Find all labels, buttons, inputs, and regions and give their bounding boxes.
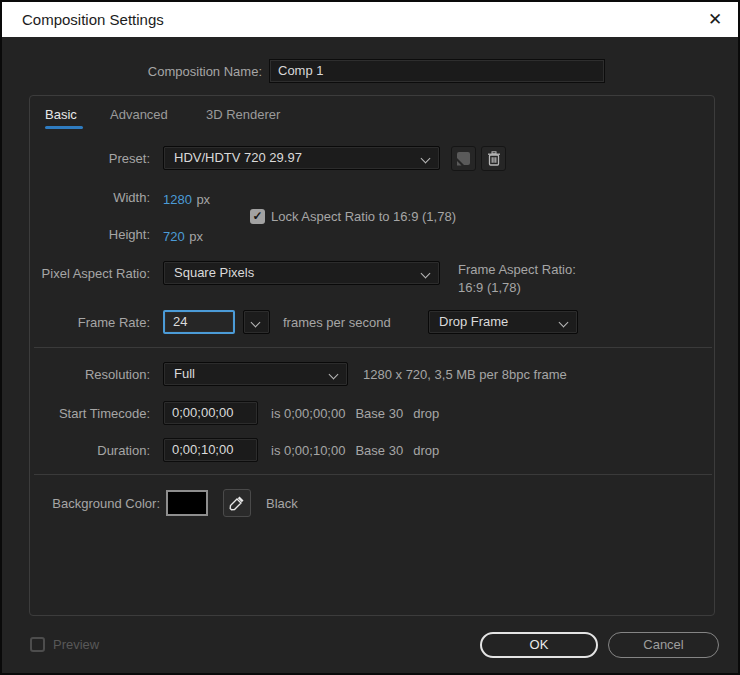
- pixel-aspect-ratio-dropdown[interactable]: Square Pixels: [163, 261, 440, 285]
- save-preset-button[interactable]: [451, 146, 476, 171]
- chevron-down-icon: [421, 269, 431, 279]
- composition-name-label: Composition Name:: [62, 64, 262, 79]
- divider: [34, 347, 712, 348]
- drop-frame-dropdown[interactable]: Drop Frame: [428, 310, 578, 334]
- duration-label: Duration:: [30, 443, 150, 458]
- duration-base: Base 30: [355, 443, 403, 458]
- duration-is: is 0;00;10;00: [271, 443, 345, 458]
- duration-input[interactable]: 0;00;10;00: [163, 438, 258, 462]
- eyedropper-icon: [229, 495, 245, 511]
- width-unit: px: [196, 192, 210, 207]
- start-timecode-is: is 0;00;00;00: [271, 406, 345, 421]
- composition-settings-dialog: Composition Settings ✕ Composition Name:…: [0, 0, 740, 675]
- frame-rate-preset-dropdown[interactable]: [243, 310, 270, 334]
- trash-icon: [487, 151, 501, 166]
- height-value-row: 720 px: [163, 227, 203, 245]
- resolution-label: Resolution:: [30, 367, 150, 382]
- lock-aspect-label: Lock Aspect Ratio to 16:9 (1,78): [271, 209, 456, 224]
- settings-panel: Basic Advanced 3D Renderer Preset: HDV/H…: [29, 95, 715, 616]
- dialog-title: Composition Settings: [22, 2, 164, 37]
- title-bar: Composition Settings ✕: [2, 2, 738, 37]
- width-label: Width:: [30, 190, 150, 205]
- lock-aspect-checkbox[interactable]: ✓: [250, 209, 265, 224]
- frame-aspect-ratio-value: 16:9 (1,78): [458, 280, 576, 295]
- tab-3d-renderer[interactable]: 3D Renderer: [206, 107, 280, 122]
- preview-row: Preview: [30, 637, 99, 652]
- chevron-down-icon: [251, 318, 261, 328]
- ok-button[interactable]: OK: [480, 632, 598, 658]
- preview-label: Preview: [53, 637, 99, 652]
- drop-frame-value: Drop Frame: [439, 314, 508, 329]
- pixel-aspect-ratio-label: Pixel Aspect Ratio:: [30, 266, 150, 281]
- height-label: Height:: [30, 227, 150, 242]
- active-tab-underline: [45, 126, 83, 129]
- width-value-row: 1280 px: [163, 190, 210, 208]
- height-value[interactable]: 720: [163, 229, 185, 244]
- frame-aspect-ratio-label: Frame Aspect Ratio:: [458, 262, 576, 277]
- eyedropper-button[interactable]: [223, 489, 251, 517]
- pixel-aspect-ratio-value: Square Pixels: [174, 265, 254, 280]
- start-timecode-input[interactable]: 0;00;00;00: [163, 401, 258, 425]
- duration-drop: drop: [413, 443, 439, 458]
- resolution-info: 1280 x 720, 3,5 MB per 8bpc frame: [363, 367, 567, 382]
- start-timecode-drop: drop: [413, 406, 439, 421]
- frame-aspect-ratio-info: Frame Aspect Ratio: 16:9 (1,78): [458, 262, 576, 295]
- save-preset-icon: [456, 151, 471, 166]
- cancel-button[interactable]: Cancel: [608, 632, 719, 658]
- background-color-swatch[interactable]: [166, 490, 208, 516]
- start-timecode-info: is 0;00;00;00 Base 30 drop: [271, 406, 439, 421]
- lock-aspect-row: ✓ Lock Aspect Ratio to 16:9 (1,78): [250, 209, 456, 224]
- delete-preset-button[interactable]: [481, 146, 506, 171]
- composition-name-input[interactable]: Comp 1: [269, 59, 605, 83]
- start-timecode-base: Base 30: [355, 406, 403, 421]
- chevron-down-icon: [329, 370, 339, 380]
- chevron-down-icon: [559, 318, 569, 328]
- frame-rate-unit: frames per second: [283, 315, 391, 330]
- close-icon[interactable]: ✕: [700, 6, 730, 33]
- start-timecode-label: Start Timecode:: [30, 406, 150, 421]
- frame-rate-label: Frame Rate:: [30, 315, 150, 330]
- height-unit: px: [189, 229, 203, 244]
- preset-value: HDV/HDTV 720 29.97: [174, 150, 302, 165]
- preview-checkbox[interactable]: [30, 637, 45, 652]
- preset-dropdown[interactable]: HDV/HDTV 720 29.97: [163, 146, 440, 170]
- frame-rate-input[interactable]: 24: [163, 310, 235, 334]
- divider: [34, 474, 712, 475]
- background-color-label: Background Color:: [30, 496, 160, 511]
- resolution-value: Full: [174, 366, 195, 381]
- tab-advanced[interactable]: Advanced: [110, 107, 168, 122]
- width-value[interactable]: 1280: [163, 192, 192, 207]
- resolution-dropdown[interactable]: Full: [163, 362, 348, 386]
- tab-basic[interactable]: Basic: [45, 107, 77, 122]
- chevron-down-icon: [421, 154, 431, 164]
- background-color-name: Black: [266, 496, 298, 511]
- duration-info: is 0;00;10;00 Base 30 drop: [271, 443, 439, 458]
- preset-label: Preset:: [30, 151, 150, 166]
